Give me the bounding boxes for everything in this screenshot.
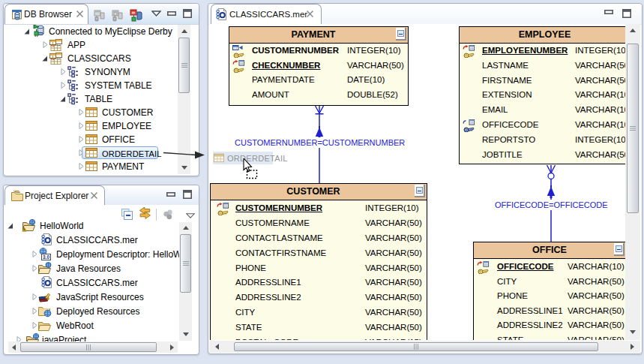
svg-text:3.0: 3.0 <box>43 254 49 260</box>
